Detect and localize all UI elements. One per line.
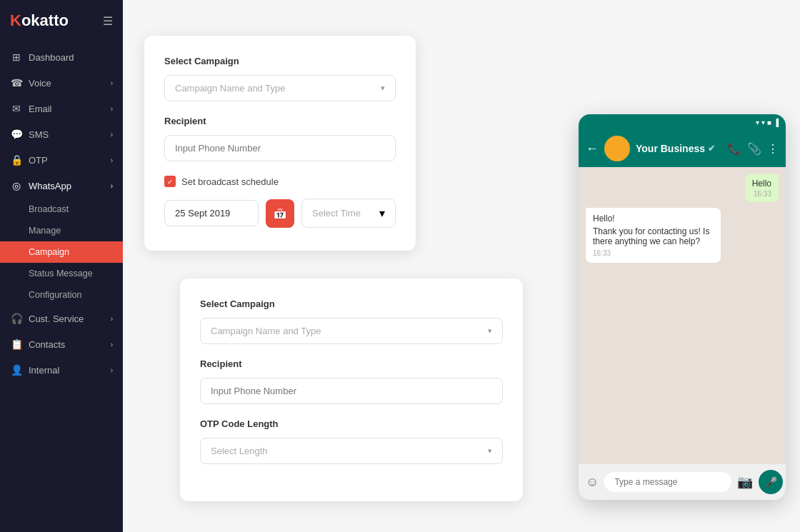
hamburger-icon[interactable]: ☰: [103, 14, 113, 28]
chevron-right-icon: ›: [111, 105, 113, 113]
otp-code-length-label: OTP Code Length: [200, 418, 503, 429]
recipient-label-2: Recipient: [200, 358, 503, 369]
time-placeholder: Select Time: [312, 208, 361, 219]
sidebar-item-status-message[interactable]: Status Message: [0, 263, 123, 284]
sidebar-item-email[interactable]: ✉ Email ›: [0, 96, 123, 121]
contacts-icon: 📋: [10, 338, 23, 350]
chevron-down-icon: ▾: [379, 206, 385, 220]
verified-icon: ✔: [708, 144, 715, 154]
logo: Kokatto: [10, 11, 69, 30]
recipient-label-1: Recipient: [164, 116, 396, 126]
sent-message: Hello 16:33: [745, 174, 779, 202]
whatsapp-input-bar: ☺ 📷 🎤: [579, 464, 786, 500]
main-area: Select Campaign Campaign Name and Type ▾…: [123, 0, 800, 532]
sidebar-item-voice[interactable]: ☎ Voice ›: [0, 70, 123, 96]
otp-icon: 🔒: [10, 154, 23, 166]
chevron-right-icon: ›: [111, 315, 113, 323]
chevron-right-icon: ›: [111, 131, 113, 139]
whatsapp-header-actions: 📞 📎 ⋮: [727, 142, 779, 156]
sidebar-item-broadcast[interactable]: Broadcast: [0, 199, 123, 220]
length-placeholder: Select Length: [211, 446, 268, 456]
business-info: Your Business ✔: [636, 143, 715, 154]
voice-icon: ☎: [10, 77, 23, 89]
broadcast-schedule-checkbox[interactable]: ✓: [164, 176, 176, 187]
date-time-row: 25 Sept 2019 📅 Select Time ▾: [164, 199, 396, 228]
select-campaign-label-1: Select Campaign: [164, 56, 396, 66]
sidebar-item-sms[interactable]: 💬 SMS ›: [0, 121, 123, 147]
chevron-down-icon: ▾: [488, 446, 492, 456]
sms-icon: 💬: [10, 129, 23, 140]
date-field: 25 Sept 2019: [164, 200, 259, 226]
more-icon[interactable]: ⋮: [767, 142, 779, 156]
chevron-down-icon: ▾: [488, 326, 492, 336]
campaign-placeholder-1: Campaign Name and Type: [175, 83, 285, 94]
sidebar: Kokatto ☰ ⊞ Dashboard ☎ Voice › ✉ Email …: [0, 0, 123, 532]
campaign-placeholder-2: Campaign Name and Type: [211, 326, 321, 336]
sidebar-item-cust-service[interactable]: 🎧 Cust. Service ›: [0, 306, 123, 331]
whatsapp-message-input[interactable]: [604, 472, 731, 492]
sent-time: 16:33: [752, 190, 771, 198]
campaign-dropdown-1[interactable]: Campaign Name and Type ▾: [164, 75, 396, 101]
sidebar-item-label: Voice: [29, 78, 51, 89]
chat-area: Hello 16:33 Hello! Thank you for contact…: [579, 167, 786, 464]
emoji-icon[interactable]: ☺: [586, 475, 599, 490]
sidebar-item-whatsapp[interactable]: ◎ WhatsApp ›: [0, 173, 123, 199]
internal-icon: 👤: [10, 364, 23, 376]
sub-item-label: Manage: [29, 226, 61, 236]
broadcast-schedule-label: Set broadcast schedule: [181, 176, 279, 187]
calendar-button[interactable]: 📅: [266, 199, 294, 228]
whatsapp-header: ← Your Business ✔ 📞 📎 ⋮: [579, 130, 786, 167]
back-arrow-icon[interactable]: ←: [586, 141, 599, 156]
phone-input-2[interactable]: [200, 378, 503, 404]
chevron-right-icon: ›: [111, 156, 113, 164]
select-campaign-label-2: Select Campaign: [200, 298, 503, 309]
received-message: Hello! Thank you for contacting us! Is t…: [586, 208, 721, 263]
chevron-right-icon: ›: [111, 366, 113, 374]
status-icons: ▾ ▾ ■ ▐: [756, 119, 779, 126]
camera-icon[interactable]: 📷: [737, 474, 753, 490]
whatsapp-phone-mockup: ▾ ▾ ■ ▐ ← Your Business ✔ 📞 📎 ⋮: [579, 114, 786, 500]
chevron-down-icon: ▾: [381, 84, 385, 93]
phone-status-bar: ▾ ▾ ■ ▐: [579, 114, 786, 130]
sidebar-item-label: Internal: [29, 365, 59, 376]
mic-button[interactable]: 🎤: [759, 470, 783, 494]
sidebar-item-label: OTP: [29, 155, 48, 166]
sidebar-item-otp[interactable]: 🔒 OTP ›: [0, 147, 123, 173]
sub-item-label: Configuration: [29, 290, 81, 300]
card-select-campaign-2: Select Campaign Campaign Name and Type ▾…: [180, 278, 523, 501]
sidebar-item-label: Contacts: [29, 339, 65, 350]
received-time: 16:33: [593, 249, 714, 257]
length-dropdown[interactable]: Select Length ▾: [200, 438, 503, 464]
sidebar-item-label: WhatsApp: [29, 181, 71, 191]
chevron-right-icon: ›: [111, 182, 113, 190]
card-select-campaign-1: Select Campaign Campaign Name and Type ▾…: [144, 36, 416, 251]
chevron-right-icon: ›: [111, 79, 113, 87]
dashboard-icon: ⊞: [10, 51, 23, 63]
sidebar-item-campaign[interactable]: Campaign: [0, 241, 123, 263]
call-icon[interactable]: 📞: [727, 142, 741, 156]
sub-item-label: Campaign: [29, 247, 69, 257]
broadcast-schedule-row: ✓ Set broadcast schedule: [164, 176, 396, 187]
avatar: [604, 136, 630, 161]
phone-input-1[interactable]: [164, 135, 396, 161]
sidebar-item-contacts[interactable]: 📋 Contacts ›: [0, 331, 123, 357]
chevron-right-icon: ›: [111, 341, 113, 348]
sub-item-label: Status Message: [29, 268, 93, 278]
attach-icon[interactable]: 📎: [747, 142, 761, 156]
sidebar-item-dashboard[interactable]: ⊞ Dashboard: [0, 44, 123, 70]
whatsapp-icon: ◎: [10, 180, 23, 191]
sidebar-item-internal[interactable]: 👤 Internal ›: [0, 357, 123, 383]
campaign-dropdown-2[interactable]: Campaign Name and Type ▾: [200, 318, 503, 344]
sidebar-item-label: Cust. Service: [29, 313, 84, 324]
email-icon: ✉: [10, 103, 23, 114]
sidebar-item-label: Email: [29, 104, 52, 114]
sidebar-item-manage[interactable]: Manage: [0, 220, 123, 241]
business-name: Your Business ✔: [636, 143, 715, 154]
logo-area: Kokatto ☰: [0, 0, 123, 41]
sub-item-label: Broadcast: [29, 204, 69, 214]
time-dropdown[interactable]: Select Time ▾: [301, 199, 396, 228]
sidebar-item-configuration[interactable]: Configuration: [0, 284, 123, 306]
sidebar-navigation: ⊞ Dashboard ☎ Voice › ✉ Email › 💬 SMS › …: [0, 41, 123, 532]
cust-service-icon: 🎧: [10, 313, 23, 324]
date-value: 25 Sept 2019: [175, 208, 230, 219]
